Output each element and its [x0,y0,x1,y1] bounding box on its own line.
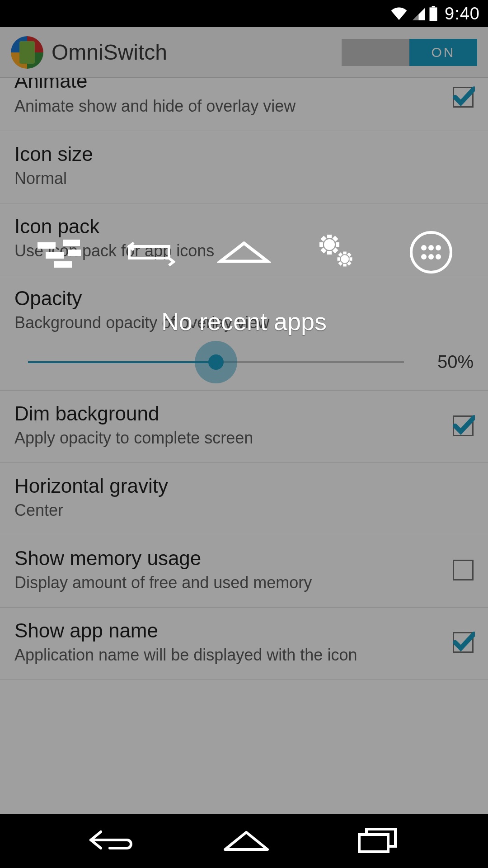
svg-rect-2 [38,242,56,249]
overlay-apps-button[interactable] [404,230,458,275]
svg-point-27 [411,232,451,272]
status-bar: 9:40 [0,0,488,27]
overlay-settings-button[interactable] [310,230,365,275]
status-time: 9:40 [445,4,480,24]
navigation-bar [0,814,488,868]
svg-rect-1 [430,7,437,21]
svg-point-32 [428,254,434,259]
svg-point-28 [421,245,427,250]
svg-point-29 [428,245,434,250]
svg-rect-4 [63,240,80,246]
battery-icon [428,6,438,21]
svg-point-9 [327,242,332,247]
svg-point-30 [436,245,441,250]
cellular-signal-icon [411,7,425,20]
svg-line-25 [339,263,342,265]
nav-recents-button[interactable] [356,826,401,857]
svg-point-33 [436,254,441,259]
overlay-home-button[interactable] [217,230,271,275]
nav-back-button[interactable] [87,826,137,855]
svg-rect-6 [54,261,72,268]
svg-rect-5 [68,250,81,256]
wifi-icon [390,7,408,20]
dim-overlay [0,27,488,814]
svg-line-15 [334,249,337,252]
svg-rect-0 [432,6,435,7]
svg-rect-34 [359,835,388,852]
svg-point-31 [421,254,427,259]
svg-line-17 [334,237,337,240]
svg-line-16 [322,249,325,252]
overlay-close-all-button[interactable] [30,230,84,275]
svg-line-14 [322,237,325,240]
svg-line-23 [339,254,342,256]
overlay-back-button[interactable] [123,230,178,275]
no-recent-apps-label: No recent apps [161,307,327,335]
svg-line-26 [348,254,351,256]
svg-line-24 [348,263,351,265]
svg-rect-3 [46,252,64,259]
svg-point-18 [341,255,349,263]
omniswitch-overlay: No recent apps [0,226,488,380]
svg-rect-7 [129,246,169,258]
nav-home-button[interactable] [221,828,271,854]
